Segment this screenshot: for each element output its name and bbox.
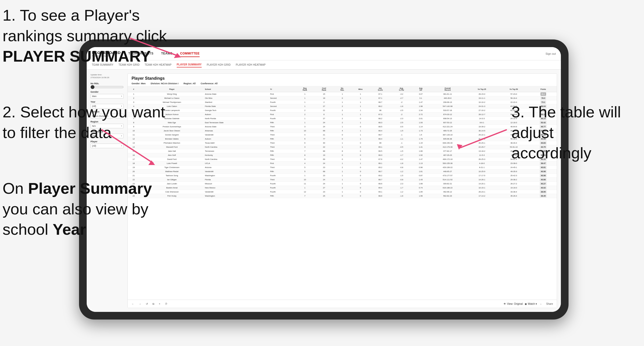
- view-original-button[interactable]: 👁 View: Original: [504, 302, 523, 305]
- col-points: Points: [530, 86, 557, 92]
- no-rds-filter: No Rds.: [91, 82, 124, 89]
- player-dropdown[interactable]: (All) ▾: [91, 144, 124, 148]
- table-row: 13 Phichaksn Maichon Texas A&M Third 6 3…: [128, 141, 557, 145]
- watch-chevron: ▾: [536, 302, 537, 305]
- subnav-player-h2h-heatmap[interactable]: PLAYER H2H HEATMAP: [236, 62, 266, 67]
- col-conf-rank: ConfRank: [314, 86, 333, 92]
- instruction-step2-extra: On Player Summary you can also view by s…: [3, 178, 176, 240]
- region-filter-label: Region: All: [184, 82, 196, 85]
- table-row: 11 Gordon Sargent Vanderbilt Third 4 21 …: [128, 133, 557, 137]
- standings-header: Player Standings Gender: Men Division: N…: [128, 74, 557, 86]
- col-vs-top50: Vs Top 50: [498, 86, 530, 92]
- col-adj-score: Adj.Score: [370, 86, 391, 92]
- sign-out-link[interactable]: Sign out: [546, 52, 556, 55]
- share-button[interactable]: Share: [545, 302, 554, 306]
- update-time: Update time: 27/03/2024 16:56:26: [91, 73, 124, 79]
- table-row: 6 Jackson Koivun Auburn First 2 6 1 1 67…: [128, 113, 557, 117]
- copy-button[interactable]: ⧉: [151, 302, 156, 306]
- col-rank: #: [128, 86, 140, 92]
- standings-filter-row: Gender: Men Division: NCAA Division I Re…: [132, 82, 553, 85]
- table-row: 16 Alex Goff Kentucky Fifth 8 19 0 0 68.…: [128, 153, 557, 157]
- table-row: 17 David Ford North Carolina Third 9 69 …: [128, 157, 557, 161]
- view-original-icon: 👁: [504, 302, 506, 305]
- division-filter-label: Division: NCAA Division I: [151, 82, 178, 85]
- table-row: 1 Wenyi Ding Arizona State First 1 15 1 …: [128, 92, 557, 96]
- rds-slider[interactable]: [91, 86, 124, 89]
- col-avg-sg: AvgSG: [412, 86, 429, 92]
- step1-text: 1. To see a Player's rankings summary cl…: [3, 6, 167, 45]
- instruction-step1: 1. To see a Player's rankings summary cl…: [3, 5, 196, 67]
- table-header-row: # Player School Yr RegRank ConfRank No.R…: [128, 86, 557, 92]
- table-row: 2 Michael Le Sasso Ole Miss Second 1 18 …: [128, 96, 557, 100]
- no-rds-label: No Rds.: [91, 82, 124, 85]
- table-row: 3 Michael Thorbjornsen Stanford Fourth 1…: [128, 100, 557, 104]
- gender-label: Gender: [91, 91, 124, 93]
- table-row: 8 Mats Ege East Tennessee State Fifth 1 …: [128, 121, 557, 125]
- toolbar-left: ← → ↺ ⧉ + ⏱: [130, 302, 169, 306]
- step1-bold: PLAYER SUMMARY: [3, 47, 151, 65]
- standings-panel: Player Standings Gender: Men Division: N…: [127, 73, 557, 308]
- table-row: 19 Tiger Christensen Arizona Third 5 23 …: [128, 165, 557, 170]
- step2-title: 2. Select how you want to filter the dat…: [3, 103, 165, 141]
- table-row: 12 Brendan Valdes Auburn Fifth 5 77 0 1 …: [128, 137, 557, 141]
- add-button[interactable]: +: [158, 302, 162, 306]
- col-to-par: Avg.to Par: [391, 86, 412, 92]
- col-yr: Yr: [269, 86, 295, 92]
- header-right: Sign out: [546, 52, 556, 55]
- refresh-button[interactable]: ↺: [145, 302, 149, 306]
- back-button[interactable]: ←: [130, 302, 135, 306]
- chevron-down-icon: ▾: [121, 95, 122, 97]
- table-row: 18 Luke Powell UCLA First 4 24 1 1 68.1 …: [128, 161, 557, 165]
- col-record: OverallRecord: [429, 86, 466, 92]
- chevron-down-icon-player: ▾: [121, 145, 122, 147]
- col-player: Player: [140, 86, 204, 92]
- gender-dropdown[interactable]: Men ▾: [91, 94, 124, 99]
- standings-table: # Player School Yr RegRank ConfRank No.R…: [128, 86, 557, 198]
- table-row: 25 Cole Sherwood Vanderbilt Fourth 12 23…: [128, 190, 557, 194]
- toolbar-right: 👁 View: Original ◉ Watch ▾ ↓ Share: [504, 302, 554, 306]
- standings-table-wrapper: # Player School Yr RegRank ConfRank No.R…: [128, 86, 557, 300]
- eye-icon: ◉: [525, 302, 527, 305]
- instruction-step3: 3. The table will adjust accordingly: [511, 102, 636, 163]
- table-row: 10 Jacob Skov Olesen Arkansas Fifth 10 6…: [128, 129, 557, 133]
- gender-filter-label: Gender: Men: [132, 82, 146, 85]
- clock-button[interactable]: ⏱: [164, 302, 169, 306]
- forward-button[interactable]: →: [137, 302, 143, 306]
- table-row: 20 Matthew Riedel Vanderbilt Fifth 5 68 …: [128, 170, 557, 174]
- table-row: 9 Preston Summerhays Arizona State Third…: [128, 125, 557, 129]
- download-button[interactable]: ↓: [539, 302, 543, 306]
- conference-filter-label: Conference: All: [201, 82, 217, 85]
- table-row: 7 Nicholas Gabriele North Florida Fourth…: [128, 117, 557, 121]
- rds-slider-control: [91, 86, 124, 89]
- bottom-toolbar: ← → ↺ ⧉ + ⏱ 👁 View: Original ◉: [128, 300, 557, 308]
- table-row: 23 Jack Lundin Missouri Fourth 11 24 1 0…: [128, 182, 557, 186]
- table-row: 26 Petr Hruby Washington Fifth 7 25 0 0 …: [128, 194, 557, 198]
- col-reg-rank: RegRank: [295, 86, 314, 92]
- table-row: 14 Maxwell Ford North Carolina Third 3 2…: [128, 145, 557, 149]
- table-row: 15 Jake Hall Tennessee Fifth 7 88 8 0 68…: [128, 149, 557, 153]
- table-row: 24 Bastien Amat New Mexico Fourth 1 27 2…: [128, 186, 557, 190]
- col-vs-top25: Vs Top 25: [466, 86, 498, 92]
- table-row: 5 Christo Lamprecht Georgia Tech Fourth …: [128, 108, 557, 113]
- subnav-player-h2h-grid[interactable]: PLAYER H2H GRID: [207, 62, 231, 67]
- instruction-step2: 2. Select how you want to filter the dat…: [3, 102, 173, 143]
- col-wins: Wins: [351, 86, 370, 92]
- watch-button[interactable]: ◉ Watch ▾: [525, 302, 537, 305]
- table-row: 4 Luke Claton Florida State Second 1 27 …: [128, 104, 557, 108]
- gender-filter: Gender Men ▾: [91, 91, 124, 99]
- col-no-rds: No.Rds.: [333, 86, 351, 92]
- table-row: 22 Ian Gilligan Florida Third 10 24 1 1 …: [128, 178, 557, 182]
- table-row: 21 Taehoon Song Washington Fourth 1 23 1…: [128, 174, 557, 178]
- standings-title: Player Standings: [132, 76, 553, 81]
- col-school: School: [204, 86, 269, 92]
